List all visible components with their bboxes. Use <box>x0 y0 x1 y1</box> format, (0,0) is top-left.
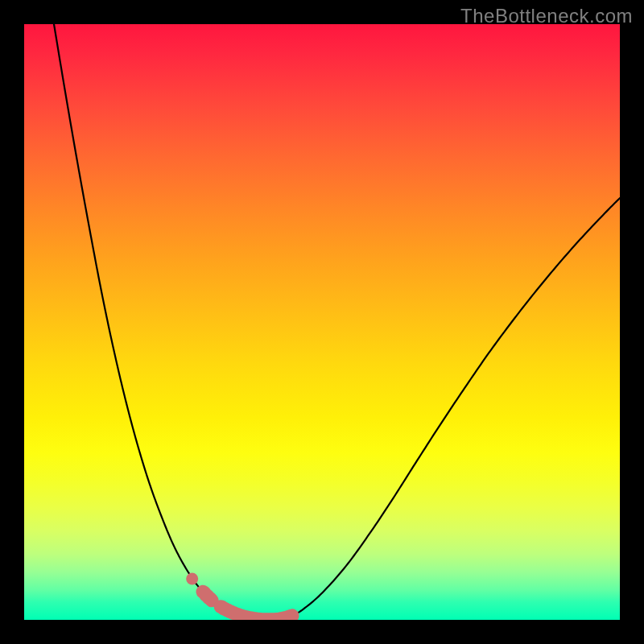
chart-svg <box>24 24 620 620</box>
bottleneck-curve <box>54 24 620 620</box>
marker-segment <box>203 592 212 601</box>
marker-segment <box>221 607 292 620</box>
marker-dot <box>186 572 198 584</box>
plot-area <box>24 24 620 620</box>
chart-frame: TheBottleneck.com <box>0 0 644 644</box>
highlighted-markers <box>186 572 292 619</box>
watermark-text: TheBottleneck.com <box>460 5 633 27</box>
